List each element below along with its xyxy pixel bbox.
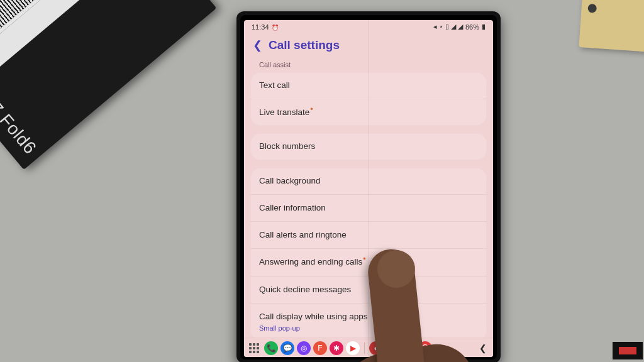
taskbar-app-9[interactable]: ⦿ — [418, 341, 432, 355]
new-indicator-dot: • — [363, 254, 366, 263]
status-time: 11:34 — [252, 23, 269, 31]
phone-screen: 11:34 ◂ ⋆ ▯ ◢ ◢ 86% ▮ ❮ Call settings Ca… — [244, 20, 493, 357]
wood-block — [579, 0, 644, 53]
page-title: Call settings — [269, 38, 340, 52]
taskbar-app-2[interactable]: ◎ — [297, 341, 311, 355]
new-indicator-dot: • — [310, 104, 313, 114]
phone-device: 11:34 ◂ ⋆ ▯ ◢ ◢ 86% ▮ ❮ Call settings Ca… — [236, 11, 501, 362]
apps-drawer-button[interactable] — [249, 343, 259, 353]
box-product-name: Galaxy Z Fold6 — [0, 50, 40, 158]
fold-crease — [369, 20, 369, 357]
taskbar-app-8[interactable]: ✧ — [402, 341, 416, 355]
back-button[interactable]: ❮ — [253, 40, 262, 51]
taskbar-app-0[interactable]: 📞 — [264, 341, 278, 355]
taskbar-app-6[interactable]: ● — [369, 341, 383, 355]
taskbar-app-3[interactable]: F — [313, 341, 327, 355]
taskbar-divider — [364, 343, 365, 354]
status-signal-icons: ◂ ⋆ ▯ ◢ ◢ — [433, 23, 463, 31]
taskbar-back-button[interactable]: ❮ — [479, 343, 487, 353]
product-box: Galaxy Z Fold6 — [0, 0, 216, 170]
battery-icon: ▮ — [482, 23, 486, 31]
taskbar-app-4[interactable]: ✱ — [330, 341, 343, 355]
alarm-icon — [272, 23, 279, 31]
status-battery: 86% — [465, 23, 479, 31]
brand-tag — [613, 342, 643, 359]
taskbar-app-7[interactable]: ◐ — [386, 341, 399, 355]
taskbar-app-1[interactable]: 💬 — [280, 341, 294, 355]
taskbar-app-5[interactable]: ▶ — [346, 341, 360, 355]
